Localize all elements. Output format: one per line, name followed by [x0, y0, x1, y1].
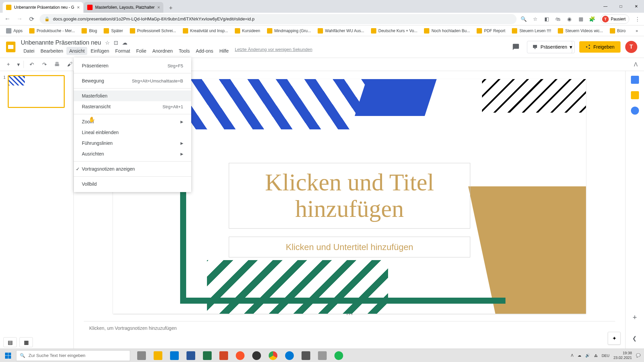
chrome-menu-icon[interactable]: ⋮: [634, 16, 641, 22]
bookmarks-overflow[interactable]: »: [633, 27, 641, 35]
bookmark-item[interactable]: Steuern Lesen !!!!: [509, 27, 554, 35]
start-button[interactable]: [0, 349, 16, 362]
menu-datei[interactable]: Datei: [21, 47, 37, 55]
share-button[interactable]: Freigeben: [579, 41, 621, 53]
redo-button[interactable]: ↷: [39, 59, 49, 69]
menu-tools[interactable]: Tools: [176, 47, 193, 55]
menu-einfuegen[interactable]: Einfügen: [88, 47, 112, 55]
print-button[interactable]: 🖶: [52, 59, 62, 69]
browser-tab-inactive[interactable]: Masterfolien, Layouts, Platzhalter ×: [84, 2, 164, 13]
menu-item-praesentieren[interactable]: Präsentieren Strg+F5: [74, 60, 191, 71]
move-icon[interactable]: ⊡: [114, 40, 118, 46]
slides-logo[interactable]: [4, 40, 17, 54]
menu-hilfe[interactable]: Hilfe: [217, 47, 231, 55]
bookmark-item[interactable]: Professionell Schrei...: [127, 27, 179, 35]
menu-item-vollbild[interactable]: Vollbild: [74, 179, 191, 189]
bookmark-item[interactable]: Noch hochladen Bu...: [421, 27, 473, 35]
cloud-status-icon[interactable]: ☁: [122, 40, 127, 46]
extension-icon[interactable]: 🛍: [555, 16, 561, 22]
volume-icon[interactable]: 🔊: [585, 353, 590, 358]
menu-format[interactable]: Format: [113, 47, 133, 55]
notifications-icon[interactable]: 💬: [636, 353, 641, 358]
bookmark-item[interactable]: Büro: [607, 27, 628, 35]
menu-item-bewegung[interactable]: Bewegung Strg+Alt+Umschalttaste+B: [74, 75, 191, 86]
taskbar-search[interactable]: 🔍 Zur Suche Text hier eingeben: [16, 350, 130, 361]
extension-icon[interactable]: ◧: [543, 16, 550, 22]
bookmark-item[interactable]: Kreativität und Insp...: [180, 27, 231, 35]
menu-item-lineal[interactable]: Lineal einblenden: [74, 127, 191, 138]
title-placeholder[interactable]: Klicken und Titel hinzufügen: [229, 163, 470, 229]
extension-icon[interactable]: ▦: [578, 16, 584, 22]
network-icon[interactable]: 🖧: [594, 354, 598, 358]
menu-ansicht[interactable]: Ansicht: [66, 47, 87, 55]
menu-item-vortragsnotizen[interactable]: ✓ Vortragsnotizen anzeigen: [74, 164, 191, 174]
profile-button[interactable]: T Pausiert: [600, 14, 629, 24]
new-tab-button[interactable]: +: [166, 3, 175, 13]
app-button[interactable]: [314, 349, 330, 362]
speaker-notes[interactable]: Klicken, um Vortragsnotizen hinzuzufügen: [84, 321, 615, 335]
bookmark-item[interactable]: Deutsche Kurs + Vo...: [368, 27, 420, 35]
menu-folie[interactable]: Folie: [133, 47, 149, 55]
menu-bearbeiten[interactable]: Bearbeiten: [38, 47, 66, 55]
word-button[interactable]: [183, 349, 199, 362]
menu-item-zoom[interactable]: Zoom ▶: [74, 116, 191, 127]
user-avatar[interactable]: T: [625, 41, 637, 53]
task-view-button[interactable]: [133, 349, 150, 362]
excel-button[interactable]: [199, 349, 215, 362]
url-field[interactable]: 🔒 docs.google.com/presentation/d/1o2Pm-L…: [40, 14, 517, 24]
explore-button[interactable]: ✦: [608, 332, 621, 345]
bookmark-item[interactable]: Kursideen: [232, 27, 263, 35]
star-icon[interactable]: ☆: [105, 40, 110, 46]
document-title[interactable]: Unbenannte Präsentation neu: [21, 39, 101, 46]
chrome-button[interactable]: [265, 349, 281, 362]
slide-thumbnail[interactable]: [8, 75, 65, 108]
spotify-button[interactable]: [331, 349, 347, 362]
clock[interactable]: 19:38 23.02.2021: [613, 351, 632, 360]
last-edit-label[interactable]: Letzte Änderung vor wenigen Sekunden: [235, 47, 312, 55]
undo-button[interactable]: ↶: [26, 59, 37, 69]
collapse-toolbar-button[interactable]: ᐱ: [631, 59, 641, 69]
obs-button[interactable]: [249, 349, 265, 362]
tab-close-icon[interactable]: ×: [157, 5, 160, 10]
maximize-button[interactable]: □: [613, 0, 629, 13]
edge-button[interactable]: [166, 349, 182, 362]
add-sidebar-button[interactable]: +: [633, 313, 637, 322]
browser-tab-active[interactable]: Unbenannte Präsentation neu - G ×: [3, 2, 83, 13]
star-icon[interactable]: ☆: [532, 16, 539, 22]
bookmark-item[interactable]: Später: [101, 27, 125, 35]
explore-expand-button[interactable]: ❮: [629, 332, 639, 345]
extensions-menu-icon[interactable]: 🧩: [589, 16, 596, 22]
onedrive-icon[interactable]: ☁: [578, 353, 581, 358]
edge-button-2[interactable]: [281, 349, 298, 362]
bookmark-item[interactable]: Blog: [79, 27, 100, 35]
bookmark-item[interactable]: Wahlfächer WU Aus...: [315, 27, 367, 35]
notes-resize-handle[interactable]: [343, 314, 356, 317]
tasks-icon[interactable]: [631, 107, 639, 115]
brave-button[interactable]: [232, 349, 248, 362]
present-button[interactable]: Präsentieren: [527, 41, 572, 53]
reload-button[interactable]: ⟳: [28, 15, 36, 23]
subtitle-placeholder[interactable]: Klicken und Untertitel hinzufügen: [229, 237, 470, 257]
menu-item-fuehrungslinien[interactable]: Führungslinien ▶: [74, 138, 191, 148]
minimize-button[interactable]: —: [598, 0, 613, 13]
filmstrip-view-button[interactable]: ▤: [3, 337, 17, 347]
apps-button[interactable]: Apps: [3, 27, 25, 35]
bookmark-item[interactable]: Produktsuche - Mer...: [26, 27, 77, 35]
grid-view-button[interactable]: ▦: [19, 337, 33, 347]
tab-close-icon[interactable]: ×: [77, 5, 79, 10]
zoom-icon[interactable]: 🔍: [521, 16, 527, 22]
bookmark-item[interactable]: PDF Report: [474, 27, 508, 35]
present-dropdown[interactable]: ▾: [568, 41, 575, 53]
paint-format-button[interactable]: 🖌: [65, 59, 75, 69]
keep-icon[interactable]: [631, 91, 639, 99]
language-indicator[interactable]: DEU: [602, 354, 609, 358]
menu-item-rasteransicht[interactable]: Rasteransicht Strg+Alt+1: [74, 101, 191, 112]
menu-anordnen[interactable]: Anordnen: [150, 47, 175, 55]
calendar-icon[interactable]: [631, 76, 639, 84]
back-button[interactable]: ←: [3, 15, 11, 23]
app-button[interactable]: [298, 349, 314, 362]
new-slide-dropdown[interactable]: ▾: [16, 59, 21, 69]
forward-button[interactable]: →: [15, 15, 23, 23]
bookmark-item[interactable]: Steuern Videos wic...: [555, 27, 606, 35]
menu-addons[interactable]: Add-ons: [193, 47, 216, 55]
